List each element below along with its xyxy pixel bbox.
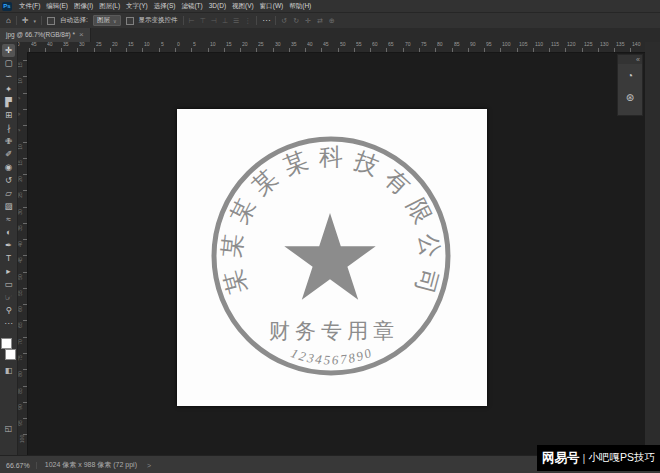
healing-brush-tool[interactable]: ✙ [2, 135, 15, 148]
pasteboard[interactable]: 某某某某某科技有限公司 财务专用章 1234567890 [27, 52, 645, 455]
current-tool-icon[interactable]: ✛ [22, 17, 29, 25]
brush-tool[interactable]: ✐ [2, 148, 15, 161]
eraser-tool[interactable]: ▱ [2, 187, 15, 200]
history-brush-tool[interactable]: ↺ [2, 174, 15, 187]
menu-item-7[interactable]: 滤镜(T) [178, 2, 205, 11]
ruler-label: 70 [18, 339, 23, 345]
object-selection-tool[interactable]: ✦ [2, 83, 15, 96]
align-icon-3[interactable]: ⊣ [211, 17, 217, 25]
document-tab[interactable]: jpg @ 66.7%(RGB/8#) * × [0, 27, 91, 42]
eyedropper-tool[interactable]: ∤ [2, 122, 15, 135]
rectangle-tool[interactable]: ▭ [2, 278, 15, 291]
screen-mode-icon[interactable]: ◱ [0, 424, 17, 433]
menu-item-8[interactable]: 3D(D) [206, 2, 229, 11]
dodge-tool[interactable]: ◐ [2, 226, 15, 239]
crop-tool[interactable]: ▛ [2, 96, 15, 109]
hand-tool[interactable]: ☞ [2, 291, 15, 304]
ruler-label: 25 [96, 42, 102, 47]
ruler-tick [175, 48, 176, 52]
align-icon-6[interactable]: ⋮ [244, 17, 251, 25]
path-selection-tool[interactable]: ▸ [2, 265, 15, 278]
ruler-tick [533, 48, 534, 52]
ruler-label: 5 [193, 42, 196, 47]
dock-panel-icon-1[interactable]: ◔ [618, 64, 642, 86]
align-icon-5[interactable]: ☰ [233, 17, 239, 25]
menu-item-11[interactable]: 帮助(H) [286, 2, 314, 11]
dock-collapse-icon[interactable]: « [618, 55, 642, 64]
menu-item-3[interactable]: 图像(I) [71, 2, 96, 11]
rectangular-marquee-tool[interactable]: ▢ [2, 57, 15, 70]
threed-mode-icon-3[interactable]: ✛ [305, 17, 311, 25]
stamp-star [284, 213, 375, 300]
threed-mode-icon-1[interactable]: ↺ [281, 17, 287, 25]
gradient-tool[interactable]: ▨ [2, 200, 15, 213]
type-tool[interactable]: T [2, 252, 15, 265]
ruler-label: 140 [632, 42, 641, 47]
vertical-ruler[interactable]: 1510505101520253035404550556065707580859… [17, 52, 28, 455]
divider [41, 16, 42, 25]
watermark-brand: 网易号 [542, 450, 580, 467]
background-color-swatch[interactable] [5, 349, 16, 360]
document-info: 1024 像素 x 988 像素 (72 ppi) [45, 460, 137, 470]
ruler-tick [29, 48, 30, 52]
ruler-tick [289, 48, 290, 52]
menu-item-4[interactable]: 图层(L) [96, 2, 123, 11]
menu-item-2[interactable]: 编辑(E) [43, 2, 71, 11]
ruler-tick [305, 48, 306, 52]
ruler-tick [191, 48, 192, 52]
horizontal-ruler[interactable]: 5045403530252015105051015202530354045505… [17, 42, 660, 53]
move-tool[interactable]: ✛ [2, 44, 15, 57]
show-transform-checkbox[interactable] [126, 17, 134, 25]
blur-tool[interactable]: ≈ [2, 213, 15, 226]
align-icon-4[interactable]: ⊥ [222, 17, 228, 25]
align-icon-1[interactable]: ⊢ [189, 17, 195, 25]
status-chevron-icon[interactable]: > [147, 462, 151, 469]
ruler-label: 35 [63, 42, 69, 47]
lasso-tool[interactable]: ∽ [2, 70, 15, 83]
ruler-tick [386, 48, 387, 52]
zoom-level-field[interactable]: 66.67% [6, 462, 37, 469]
align-icon-2[interactable]: ⊤ [200, 17, 206, 25]
ruler-label: 85 [454, 42, 460, 47]
tool-preset-caret-icon[interactable]: ▾ [34, 18, 37, 24]
menu-item-9[interactable]: 视图(V) [229, 2, 257, 11]
threed-mode-icon-4[interactable]: ⇄ [317, 17, 323, 25]
menu-item-6[interactable]: 选择(S) [151, 2, 179, 11]
menu-item-10[interactable]: 窗口(W) [257, 2, 286, 11]
ruler-tick [517, 48, 518, 52]
divider [275, 16, 276, 25]
auto-select-label: 自动选择: [60, 16, 88, 25]
quick-mask-icon[interactable]: ◧ [0, 366, 17, 375]
menu-item-1[interactable]: 文件(F) [16, 2, 43, 11]
ruler-label: 65 [18, 323, 23, 329]
threed-mode-icons: ↺↻✛⇄⊕ [281, 17, 334, 25]
edit-toolbar-icon[interactable]: ⋯ [2, 317, 15, 330]
auto-select-dropdown[interactable]: 图层 ∨ [93, 15, 121, 26]
dock-panel-icon-2[interactable]: ⊛ [618, 86, 642, 108]
home-icon[interactable]: ⌂ [6, 17, 11, 25]
pen-tool[interactable]: ✒ [2, 239, 15, 252]
threed-mode-icon-2[interactable]: ↻ [293, 17, 299, 25]
ruler-tick [435, 48, 436, 52]
canvas[interactable]: 某某某某某科技有限公司 财务专用章 1234567890 [177, 109, 487, 406]
menu-item-5[interactable]: 文字(Y) [123, 2, 151, 11]
more-options-icon[interactable]: ⋯ [262, 17, 270, 25]
stamp-arc-digit: 4 [315, 351, 324, 367]
auto-select-checkbox[interactable] [47, 17, 55, 25]
ruler-label: 65 [388, 42, 394, 47]
stamp-artwork: 某某某某某科技有限公司 财务专用章 1234567890 [177, 109, 487, 406]
frame-tool[interactable]: ⊞ [2, 109, 15, 122]
watermark-channel: 小吧嘎PS技巧 [588, 451, 655, 465]
ruler-tick [23, 190, 27, 191]
ruler-label: 10 [144, 42, 150, 47]
ruler-tick [126, 48, 127, 52]
watermark: 网易号 | 小吧嘎PS技巧 [537, 445, 660, 471]
ruler-label: 45 [18, 258, 23, 264]
clone-stamp-tool[interactable]: ◉ [2, 161, 15, 174]
foreground-color-swatch[interactable] [1, 338, 12, 349]
zoom-tool[interactable]: ⚲ [2, 304, 15, 317]
tab-close-icon[interactable]: × [79, 31, 84, 39]
threed-mode-icon-5[interactable]: ⊕ [329, 17, 335, 25]
ruler-label: 30 [79, 42, 85, 47]
ruler-label: 15 [18, 62, 23, 68]
